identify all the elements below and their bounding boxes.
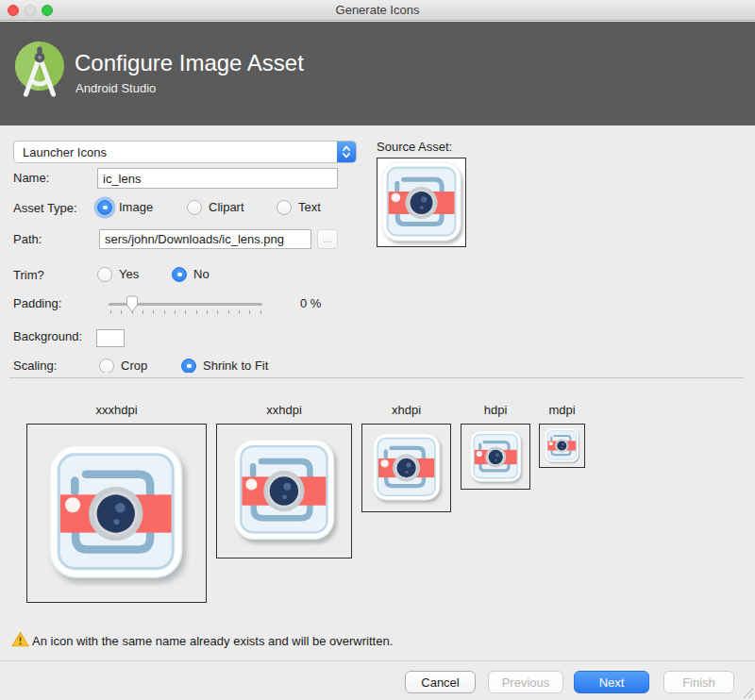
camera-icon — [229, 436, 340, 546]
android-studio-logo-icon — [13, 40, 68, 109]
radio-crop-label: Crop — [121, 358, 147, 373]
warning-triangle-icon — [11, 631, 29, 647]
icon-type-value: Launcher Icons — [23, 145, 107, 159]
radio-text[interactable] — [277, 200, 292, 215]
padding-slider[interactable] — [109, 295, 262, 318]
page-subtitle: Android Studio — [76, 81, 156, 95]
preview-box-mdpi — [539, 424, 585, 468]
trim-option-no[interactable]: No — [172, 266, 210, 282]
camera-icon — [370, 431, 444, 505]
warning-message: An icon with the same name already exist… — [32, 634, 393, 648]
padding-value: 0 % — [300, 296, 321, 310]
scaling-option-crop[interactable]: Crop — [99, 358, 147, 373]
path-label: Path: — [13, 232, 42, 246]
titlebar: Generate Icons — [0, 0, 755, 21]
radio-trim-yes-label: Yes — [119, 267, 139, 281]
asset-type-option-clipart[interactable]: Clipart — [187, 199, 244, 215]
asset-type-option-image[interactable]: Image — [97, 199, 153, 215]
finish-button: Finish — [663, 671, 734, 693]
asset-type-option-text[interactable]: Text — [277, 199, 321, 215]
next-button[interactable]: Next — [574, 671, 649, 693]
browse-button[interactable]: ... — [317, 229, 338, 249]
radio-crop[interactable] — [99, 358, 114, 374]
radio-shrink-label: Shrink to Fit — [203, 358, 268, 373]
preview-label-hdpi: hdpi — [461, 403, 530, 417]
cancel-button[interactable]: Cancel — [405, 671, 476, 693]
padding-label: Padding: — [13, 296, 61, 310]
background-color-swatch[interactable] — [96, 329, 125, 347]
background-label: Background: — [13, 329, 82, 343]
radio-clipart-label: Clipart — [209, 200, 244, 214]
camera-icon — [468, 429, 524, 485]
name-input[interactable] — [97, 168, 338, 189]
preview-box-xxxhdpi — [26, 424, 207, 603]
dropdown-stepper-icon — [337, 142, 356, 162]
icon-type-dropdown[interactable]: Launcher Icons — [13, 141, 357, 163]
slider-ticks — [110, 310, 261, 314]
preview-label-xxxhdpi: xxxhdpi — [26, 403, 207, 417]
preview-box-xxhdpi — [216, 424, 352, 558]
divider — [0, 660, 755, 661]
source-asset-label: Source Asset: — [377, 140, 452, 154]
generate-icons-dialog: Generate Icons Configure Image Asset And… — [0, 0, 755, 700]
preview-box-hdpi — [461, 424, 530, 490]
camera-icon — [43, 441, 190, 587]
radio-text-label: Text — [298, 200, 321, 214]
previous-button: Previous — [488, 671, 563, 693]
preview-label-xhdpi: xhdpi — [361, 403, 451, 417]
preview-label-xxhdpi: xxhdpi — [216, 403, 352, 417]
radio-image[interactable] — [97, 200, 112, 215]
asset-type-label: Asset Type: — [13, 201, 77, 215]
preview-label-mdpi: mdpi — [539, 403, 585, 417]
camera-icon — [544, 427, 580, 464]
camera-icon — [378, 159, 465, 246]
page-title: Configure Image Asset — [75, 50, 304, 76]
asset-form: Launcher Icons Name: Asset Type: Image C… — [0, 125, 374, 373]
wizard-header: Configure Image Asset Android Studio — [0, 22, 755, 125]
radio-clipart[interactable] — [187, 200, 202, 215]
trim-option-yes[interactable]: Yes — [97, 266, 139, 282]
radio-trim-no[interactable] — [172, 267, 187, 282]
radio-image-label: Image — [119, 200, 153, 214]
scaling-option-shrink[interactable]: Shrink to Fit — [181, 358, 268, 373]
trim-label: Trim? — [13, 268, 44, 282]
resize-grip[interactable] — [744, 689, 753, 698]
radio-trim-yes[interactable] — [97, 267, 112, 282]
preview-box-xhdpi — [361, 424, 451, 512]
source-asset-preview — [377, 158, 466, 247]
name-label: Name: — [13, 171, 49, 185]
path-input[interactable] — [99, 229, 311, 249]
radio-trim-no-label: No — [193, 267, 210, 281]
divider — [9, 377, 744, 378]
radio-shrink[interactable] — [181, 358, 196, 374]
window-title: Generate Icons — [0, 3, 755, 17]
scaling-label: Scaling: — [13, 358, 57, 373]
